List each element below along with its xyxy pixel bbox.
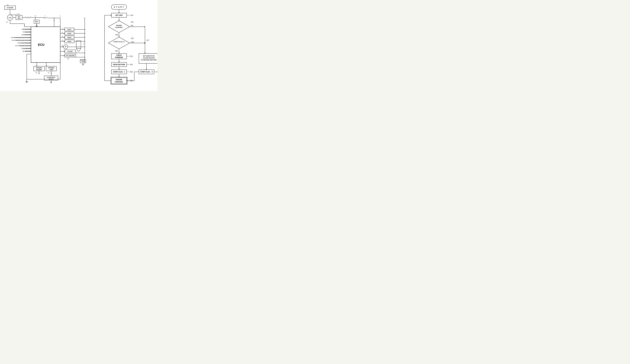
ecu-label: ECU (38, 43, 44, 46)
svg-marker-117 (118, 20, 120, 21)
svg-point-84 (84, 53, 85, 53)
svg-marker-122 (118, 36, 120, 37)
label-4c: 4 (62, 36, 63, 37)
label-17: 17 (35, 15, 36, 17)
ptc-heater-label: PTC HEATER (66, 55, 74, 56)
start-flag-set-label: START FLAG←1 (113, 71, 125, 73)
label-1: 1 (83, 43, 84, 44)
read-eep-label: READ EEP-ROM (113, 64, 125, 65)
svg-point-86 (84, 57, 85, 57)
engine-started-label1: ENGINE (116, 24, 122, 26)
diag-label2: DEVICE (49, 78, 54, 80)
rec-reg-label2: REG (18, 18, 20, 19)
label-14-15: 14,15 (17, 13, 20, 15)
s14-label: S14 (130, 64, 133, 65)
main-container: STARTER 16 ACG 13 REC REG 14,15 2 17 BAT… (0, 0, 158, 91)
no-label-1: NO (131, 25, 133, 26)
svg-marker-95 (51, 73, 52, 74)
svg-marker-65 (64, 51, 65, 52)
engine-control-label1: ENGINE (116, 79, 122, 80)
s12-label: S12 (131, 37, 134, 39)
warning-lamp-label2: LAMP (50, 69, 53, 70)
set-sub-label2: VALUES INSTEAD (143, 57, 155, 59)
s11-label: S11 (131, 21, 134, 23)
svg-marker-49 (64, 29, 65, 30)
svg-point-27 (54, 18, 54, 18)
label-5: 5 (62, 45, 63, 46)
check-rom-label2: ROM/RAM (115, 56, 123, 58)
bat-label: BAT (35, 21, 38, 22)
inj1-label: INJ#1 (68, 29, 71, 30)
svg-marker-92 (36, 65, 37, 66)
label-4b: 4 (62, 32, 63, 33)
svg-marker-129 (144, 53, 146, 53)
svg-marker-140 (118, 69, 120, 70)
warning-buzzer-label2: BUZZER (36, 69, 42, 70)
engine-control-label2: CONTROL (115, 81, 123, 83)
s18-label: S18 (156, 71, 158, 73)
s15-label: S15 (130, 71, 133, 73)
label-10: 10 (36, 72, 37, 73)
ig-coil-label: IG COIL (68, 51, 73, 52)
svg-marker-68 (64, 55, 65, 56)
svg-marker-144 (118, 76, 120, 77)
acc-label: ACC (82, 60, 84, 62)
acg-label: ACG (8, 17, 12, 18)
label-6: 6 (60, 15, 60, 17)
svg-marker-61 (62, 46, 64, 47)
svg-marker-90 (38, 73, 40, 74)
svg-point-23 (44, 18, 44, 18)
set-sfr-label: SET SFR (116, 14, 123, 16)
inj4-label: INJ#4 (68, 41, 71, 42)
set-sub-label3: OF READING EEP-ROM (141, 59, 156, 61)
svg-marker-113 (118, 12, 120, 13)
label-18: 18 (67, 58, 69, 59)
label-16: 16 (7, 4, 8, 6)
s10-label: S10 (130, 14, 133, 16)
svg-marker-136 (118, 61, 120, 62)
svg-marker-123 (108, 37, 130, 49)
yes-label-1: YES (115, 34, 118, 36)
start-flag-label1: START FLAG =1 (114, 41, 125, 42)
check-rom-label1: CHECK (116, 54, 122, 56)
svg-marker-58 (64, 41, 65, 42)
svg-marker-52 (64, 33, 65, 34)
yes-label-2: YES (131, 41, 134, 43)
rec-reg-label1: REC (18, 16, 20, 17)
svg-line-21 (46, 17, 47, 18)
svg-marker-55 (64, 37, 65, 38)
svg-point-78 (84, 37, 85, 38)
engine-started-label2: STARTED? (115, 26, 123, 28)
svg-point-80 (84, 41, 85, 42)
s13-label: S13 (130, 55, 133, 57)
warning-buzzer-label1: WARNING (36, 67, 42, 69)
label-11: 11 (48, 72, 49, 73)
diag-label1: DIAGNOSTIC (47, 76, 55, 78)
label-7: 7 (44, 15, 45, 17)
svg-point-72 (84, 18, 85, 18)
svg-point-74 (84, 29, 85, 30)
svg-marker-132 (118, 53, 120, 53)
svg-rect-146 (112, 78, 127, 84)
s17-label: S17 (146, 39, 149, 41)
starter-label: STARTER (7, 7, 13, 8)
inj2-label: INJ#2 (68, 33, 71, 34)
svg-rect-28 (31, 27, 60, 62)
label-13: 13 (6, 21, 8, 23)
label-4d: 4 (62, 40, 63, 41)
warning-lamp-label1: WARNING (48, 67, 54, 69)
svg-point-76 (84, 33, 85, 34)
start-flag-0-label: START FLAG ←0 (140, 71, 153, 73)
no-label-2: NO (115, 50, 118, 52)
svg-point-82 (84, 46, 85, 47)
svg-rect-62 (76, 41, 81, 48)
svg-marker-98 (46, 65, 47, 66)
set-sub-label1: SET SUBSTITUTE (143, 55, 155, 57)
inj3-label: INJ#3 (68, 37, 71, 38)
label-4a: 4 (62, 28, 63, 29)
start-label: S T A R T (114, 6, 124, 8)
p-label: P (65, 46, 66, 48)
